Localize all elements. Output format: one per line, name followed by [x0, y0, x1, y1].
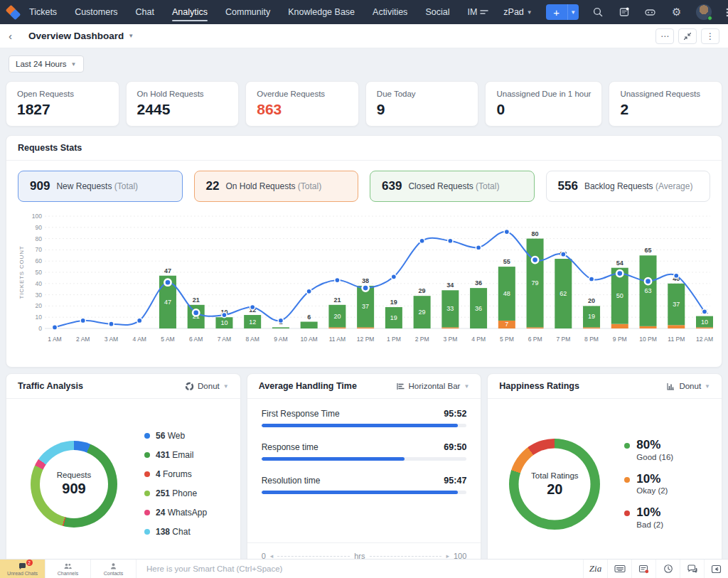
nav-item-community[interactable]: Community	[225, 0, 270, 24]
traffic-legend-item-phone[interactable]: 251 Phone	[144, 488, 207, 498]
avatar[interactable]	[696, 4, 712, 20]
nav-item-activities[interactable]: Activities	[373, 0, 407, 24]
title-chevron-down-icon[interactable]: ▼	[128, 33, 134, 39]
svg-text:19: 19	[588, 313, 595, 320]
traffic-donut[interactable]: Requests 909	[31, 441, 117, 528]
svg-text:80: 80	[532, 230, 539, 237]
workspace-selector[interactable]: zPad ▼	[503, 7, 532, 17]
handling-bar-track[interactable]	[262, 491, 467, 494]
nav-item-social[interactable]: Social	[425, 0, 449, 24]
handling-row-header: Response time69:50	[262, 442, 467, 452]
apps-grid-icon[interactable]	[724, 5, 728, 19]
tab-contacts[interactable]: Contacts	[91, 560, 136, 578]
traffic-center-value: 909	[62, 481, 85, 497]
smart-chat-input[interactable]	[136, 560, 583, 578]
traffic-legend-item-whatsapp[interactable]: 24 WhatsApp	[144, 508, 207, 518]
time-range-dropdown[interactable]: Last 24 Hours ▼	[9, 55, 84, 73]
zia-icon[interactable]: Zia	[583, 560, 607, 578]
handling-bar-fill	[262, 424, 459, 427]
svg-text:12: 12	[249, 319, 256, 326]
menu-lines-icon[interactable]	[477, 5, 491, 19]
reply-icon[interactable]	[704, 560, 728, 578]
handling-bar-track[interactable]	[262, 457, 467, 461]
game-controller-icon[interactable]	[643, 5, 658, 19]
chip-backlog-requests[interactable]: 556Backlog Requests (Average)	[546, 171, 711, 202]
chat-bubble-icon	[18, 562, 27, 570]
feedback-icon[interactable]	[617, 5, 631, 19]
nav-item-im[interactable]: IM	[467, 0, 477, 24]
traffic-legend-text: 431 Email	[156, 450, 193, 460]
chip-on-hold-requests[interactable]: 22On Hold Requests (Total)	[194, 171, 359, 202]
svg-text:55: 55	[503, 258, 510, 265]
add-caret-button[interactable]: ▼	[567, 4, 579, 20]
unread-badge: 2	[26, 560, 33, 566]
happiness-legend: 80%Good (16)10%Okay (2)10%Bad (2)	[624, 439, 673, 529]
stat-card-unassigned-requests[interactable]: Unassigned Requests2	[609, 81, 722, 127]
svg-text:37: 37	[362, 303, 369, 310]
add-button[interactable]: +	[546, 4, 567, 20]
tasks-notification-icon[interactable]	[631, 560, 655, 578]
traffic-chart-type-dropdown[interactable]: Donut ▼	[185, 382, 229, 391]
filter-row: Last 24 Hours ▼	[0, 48, 728, 75]
nav-item-tickets[interactable]: Tickets	[29, 0, 57, 24]
traffic-legend-item-chat[interactable]: 138 Chat	[144, 527, 207, 537]
handling-metric-value: 95:47	[444, 476, 466, 486]
column-chart-icon	[666, 382, 675, 391]
stat-card-label: Overdue Requests	[257, 90, 348, 98]
legend-dot-icon	[624, 443, 630, 449]
chip-closed-requests[interactable]: 639Closed Requests (Total)	[370, 171, 535, 202]
tab-label: Contacts	[104, 571, 124, 576]
add-split-button[interactable]: + ▼	[546, 4, 579, 20]
tab-channels[interactable]: Channels	[46, 560, 91, 578]
stat-card-due-today[interactable]: Due Today9	[365, 81, 479, 127]
happiness-legend-text: 80%Good (16)	[636, 439, 673, 461]
summary-chips-row: 909New Requests (Total)22On Hold Request…	[6, 161, 722, 205]
nav-item-analytics[interactable]: Analytics	[172, 0, 208, 24]
stat-card-open-requests[interactable]: Open Requests1827	[6, 81, 119, 127]
app-logo[interactable]	[7, 6, 19, 18]
kebab-menu-button[interactable]: ⋮	[701, 28, 719, 44]
traffic-legend-item-web[interactable]: 56 Web	[144, 431, 207, 441]
traffic-legend-text: 56 Web	[156, 431, 185, 441]
happiness-legend-item-good-16-[interactable]: 80%Good (16)	[624, 439, 673, 461]
nav-item-customers[interactable]: Customers	[75, 0, 117, 24]
svg-text:30: 30	[36, 291, 43, 299]
traffic-legend-item-email[interactable]: 431 Email	[144, 450, 207, 460]
chip-label: Closed Requests (Total)	[408, 181, 499, 191]
handling-bar-track[interactable]	[262, 424, 467, 427]
happiness-chart-type-label: Donut	[679, 382, 701, 390]
tab-unread-chats[interactable]: 2 Unread Chats	[0, 560, 46, 578]
happiness-sublabel: Okay (2)	[636, 486, 668, 495]
online-status-dot	[707, 16, 712, 21]
legend-dot-icon	[144, 491, 150, 496]
traffic-chart-type-label: Donut	[198, 382, 220, 390]
requests-chart[interactable]: 0102030405060708090100TICKETS COUNT1 AM2…	[6, 205, 722, 367]
collapse-button[interactable]	[678, 28, 697, 44]
stat-card-on-hold-requests[interactable]: On Hold Requests2445	[126, 81, 240, 127]
history-clock-icon[interactable]	[655, 560, 680, 578]
happiness-sublabel: Bad (2)	[636, 520, 663, 529]
settings-gear-icon[interactable]: ⚙	[670, 5, 684, 19]
happiness-legend-item-okay-2-[interactable]: 10%Okay (2)	[624, 473, 673, 496]
happiness-sublabel: Good (16)	[636, 453, 673, 461]
stat-card-overdue-requests[interactable]: Overdue Requests863	[245, 81, 359, 127]
traffic-legend-item-forums[interactable]: 4 Forums	[144, 469, 207, 479]
nav-item-knowledge-base[interactable]: Knowledge Base	[288, 0, 355, 24]
svg-text:11 PM: 11 PM	[668, 336, 685, 343]
svg-text:65: 65	[645, 247, 652, 254]
keyboard-icon[interactable]	[607, 560, 631, 578]
back-chevron-icon[interactable]: ‹	[9, 30, 24, 42]
chip-new-requests[interactable]: 909New Requests (Total)	[18, 171, 183, 202]
handling-chart-type-dropdown[interactable]: Horizontal Bar ▼	[396, 382, 470, 391]
nav-item-chat[interactable]: Chat	[136, 0, 154, 24]
svg-text:34: 34	[446, 282, 454, 289]
happiness-donut[interactable]: Total Ratings 20	[509, 439, 600, 530]
brand-logo-icon	[7, 6, 19, 18]
stat-card-unassigned-due-in-1-hour[interactable]: Unassigned Due in 1 hour0	[485, 81, 602, 127]
more-ellipsis-button[interactable]: ⋯	[655, 28, 674, 44]
search-icon[interactable]	[591, 5, 605, 19]
happiness-legend-item-bad-2-[interactable]: 10%Bad (2)	[624, 506, 673, 529]
happiness-chart-type-dropdown[interactable]: Donut ▼	[666, 382, 710, 391]
legend-dot-icon	[144, 433, 150, 439]
chat-bubbles-icon[interactable]	[680, 560, 704, 578]
